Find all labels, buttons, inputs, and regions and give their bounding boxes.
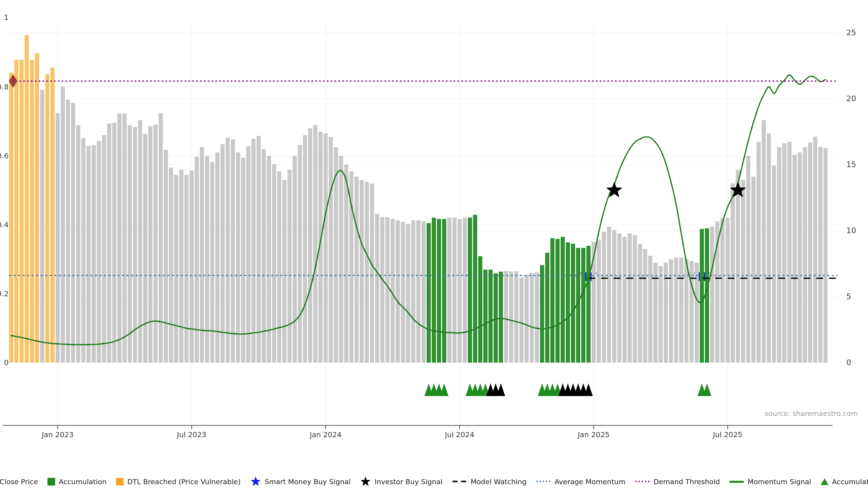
close-price-bar <box>607 227 611 363</box>
close-price-bar <box>530 273 534 363</box>
close-price-bar <box>468 218 472 363</box>
close-price-bar <box>210 162 214 363</box>
y-axis-left-label: 1 <box>4 13 8 22</box>
close-price-bar <box>489 269 493 363</box>
close-price-bar <box>550 238 555 363</box>
legend-label: Investor Buy Signal <box>375 478 442 486</box>
close-price-bar <box>643 249 647 363</box>
close-price-bar <box>354 177 359 363</box>
close-price-bar <box>225 138 230 363</box>
source-note: source: sharemaestro.com <box>765 410 858 418</box>
close-price-bar <box>628 233 632 363</box>
close-price-bar <box>143 134 147 363</box>
close-price-bar <box>51 68 55 363</box>
y-axis-right-label: 20 <box>846 94 856 103</box>
close-price-bar <box>772 166 776 363</box>
close-price-bar <box>442 219 446 363</box>
close-price-bar <box>385 217 390 363</box>
close-price-bar <box>133 127 137 363</box>
close-price-bar <box>504 271 508 363</box>
momentum-line-icon <box>730 481 744 483</box>
close-price-bar <box>535 272 539 363</box>
close-price-bar <box>246 146 250 363</box>
y-axis-left-label: 0.6 <box>0 152 8 160</box>
close-price-bar <box>416 220 421 363</box>
close-price-bar <box>427 223 431 363</box>
star-blue-icon <box>250 476 261 488</box>
close-price-bar <box>787 142 792 363</box>
close-price-bar <box>437 219 441 363</box>
close-price-bar <box>741 180 745 363</box>
close-price-bar <box>365 182 369 363</box>
legend-item-accumulation-bar: Accumulation <box>48 478 106 486</box>
close-price-bar <box>710 227 714 363</box>
y-axis-left-label: 0.2 <box>0 289 8 298</box>
dotted-purple-line-icon <box>635 480 650 484</box>
y-axis-left-label: 0.8 <box>0 83 8 91</box>
close-price-bar <box>148 126 152 363</box>
close-price-bar <box>777 147 781 363</box>
close-price-bar <box>272 164 276 363</box>
close-price-bar <box>92 145 96 363</box>
close-price-bar <box>514 271 518 363</box>
close-price-bar <box>509 271 513 363</box>
close-price-bar <box>169 168 173 363</box>
close-price-bar <box>689 261 693 363</box>
close-price-bar <box>602 232 606 363</box>
close-price-bar <box>401 222 405 363</box>
close-price-bar <box>190 170 194 363</box>
legend-item-investor-buy-signal: Investor Buy Signal <box>360 476 442 488</box>
legend: Close PriceAccumulationDTL Breached (Pri… <box>0 476 868 488</box>
close-price-bar <box>112 123 116 363</box>
close-price-bar <box>87 146 91 363</box>
close-price-bar <box>308 128 312 363</box>
close-price-bar <box>731 184 735 363</box>
square-green-icon <box>48 478 55 486</box>
close-price-bar <box>463 218 467 363</box>
y-axis-right-label: 5 <box>846 292 851 301</box>
y-axis-right-label: 0 <box>846 358 851 367</box>
close-price-bar <box>458 219 462 363</box>
close-price-bar <box>674 258 678 363</box>
legend-label: DTL Breached (Price Vulnerable) <box>127 478 241 486</box>
close-price-bar <box>422 221 426 363</box>
close-price-bar <box>287 170 291 363</box>
close-price-bar <box>241 158 245 363</box>
close-price-bar <box>684 259 688 363</box>
close-price-bar <box>81 138 86 363</box>
close-price-bar <box>633 235 637 363</box>
close-price-bar <box>725 218 730 363</box>
close-price-bar <box>751 177 755 363</box>
close-price-bar <box>803 147 807 363</box>
close-price-bar <box>793 155 797 363</box>
close-price-bar <box>782 143 786 363</box>
close-price-bar <box>256 136 260 363</box>
close-price-bar <box>824 148 828 363</box>
close-price-bar <box>478 256 482 363</box>
close-price-bar <box>447 218 452 363</box>
legend-item-model-watching: Model Watching <box>452 478 526 486</box>
close-price-bar <box>545 253 549 363</box>
x-axis-label: Jul 2024 <box>444 430 474 439</box>
dotted-blue-line-icon <box>536 480 551 484</box>
close-price-bar <box>638 244 642 363</box>
close-price-bar <box>494 273 498 363</box>
close-price-bar <box>56 113 60 363</box>
close-price-bar <box>174 175 178 363</box>
close-price-bar <box>298 145 302 363</box>
legend-label: Accumulation <box>832 478 868 486</box>
close-price-bar <box>720 218 724 363</box>
close-price-bar <box>184 175 188 363</box>
close-price-bar <box>597 240 601 363</box>
close-price-bar <box>396 220 400 363</box>
close-price-bar <box>123 113 127 363</box>
close-price-bar <box>102 135 106 363</box>
close-price-bar <box>128 125 132 363</box>
legend-label: Smart Money Buy Signal <box>265 478 351 486</box>
star-black-icon <box>360 476 371 488</box>
close-price-bar <box>566 242 570 363</box>
legend-item-demand-threshold: Demand Threshold <box>635 478 720 486</box>
close-price-bar <box>380 217 384 363</box>
close-price-bar <box>205 156 209 363</box>
close-price-bar <box>282 180 286 363</box>
